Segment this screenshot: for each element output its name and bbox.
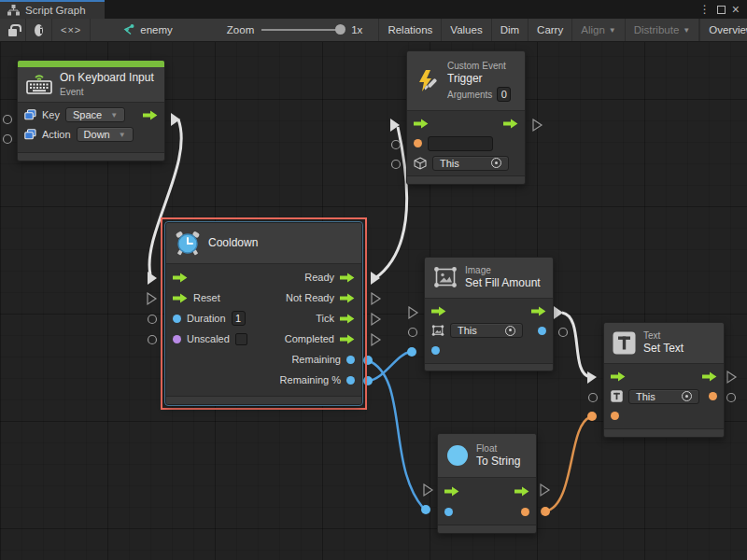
key-label: Key	[42, 109, 60, 120]
distribute-button[interactable]: Distribute▼	[626, 19, 700, 41]
node-image-set-fill-amount[interactable]: Image Set Fill Amount This	[424, 257, 554, 371]
flow-arrow-out[interactable]	[702, 371, 717, 382]
arguments-value-box[interactable]: 0	[497, 87, 511, 102]
dim-label: Dim	[500, 24, 519, 35]
cooldown-clock-icon	[175, 231, 201, 257]
duration-value-box[interactable]: 1	[232, 311, 246, 326]
close-icon[interactable]: ×	[732, 3, 740, 16]
tick-label: Tick	[316, 313, 334, 324]
node-kind: Text	[643, 329, 684, 342]
node-cooldown[interactable]: Cooldown Ready Reset Not Ready	[165, 222, 362, 405]
event-name-field[interactable]	[428, 136, 493, 151]
node-text-set-text[interactable]: Text Set Text This	[603, 322, 725, 438]
target-dropdown[interactable]: This	[450, 323, 523, 338]
zoom-slider-handle[interactable]	[335, 24, 345, 35]
text-value-port[interactable]	[611, 412, 619, 420]
chevron-down-icon: ▼	[683, 26, 690, 35]
zoom-slider[interactable]	[261, 29, 344, 31]
flow-arrow-out[interactable]	[340, 334, 355, 344]
node-title: Trigger	[447, 72, 511, 87]
node-title: Cooldown	[208, 236, 258, 251]
image-icon	[433, 266, 458, 288]
carry-button[interactable]: Carry	[529, 19, 572, 41]
flow-arrow-in[interactable]	[414, 119, 429, 129]
relations-label: Relations	[388, 24, 432, 35]
node-footer	[166, 396, 361, 404]
code-icon: <×>	[61, 24, 81, 35]
action-label: Action	[42, 129, 71, 140]
text-small-icon	[611, 390, 623, 402]
float-value-port[interactable]	[444, 508, 453, 516]
tab-bar: Script Graph ⋮ ×	[0, 0, 747, 19]
tab-script-graph[interactable]: Script Graph	[0, 0, 105, 19]
target-value: This	[440, 158, 459, 169]
flow-arrow-out[interactable]	[143, 110, 158, 120]
unscaled-label: Unscaled	[187, 333, 230, 344]
node-footer	[425, 363, 553, 371]
target-value: This	[636, 391, 655, 402]
float-port[interactable]	[346, 376, 355, 385]
float-port[interactable]	[346, 356, 355, 364]
flow-arrow-out[interactable]	[340, 293, 355, 303]
action-dropdown[interactable]: Down▼	[77, 127, 134, 142]
image-small-icon	[431, 325, 444, 336]
flow-arrow-out[interactable]	[531, 306, 546, 316]
target-picker-icon[interactable]	[505, 326, 515, 336]
target-dropdown[interactable]: This	[432, 156, 509, 171]
dim-button[interactable]: Dim	[492, 19, 529, 41]
flow-arrow-out[interactable]	[514, 486, 529, 497]
text-result-port[interactable]	[709, 392, 717, 400]
string-port[interactable]	[414, 139, 422, 147]
node-title: On Keyboard Input	[60, 71, 154, 86]
values-button[interactable]: Values	[442, 19, 491, 41]
target-value: This	[458, 325, 477, 336]
chevron-down-icon: ▼	[119, 131, 126, 139]
node-trigger-custom-event[interactable]: Custom Event Trigger Arguments 0	[406, 50, 526, 185]
target-picker-icon[interactable]	[491, 158, 501, 168]
keyboard-icon	[26, 74, 52, 94]
notready-label: Not Ready	[286, 292, 334, 303]
relations-button[interactable]: Relations	[378, 19, 442, 41]
unscaled-checkbox[interactable]	[235, 333, 247, 345]
inspect-button[interactable]	[26, 19, 52, 41]
overview-button[interactable]: Overview	[699, 19, 747, 41]
flow-arrow-in[interactable]	[431, 306, 446, 316]
string-result-port[interactable]	[521, 508, 529, 516]
reset-label: Reset	[193, 292, 220, 303]
bool-port[interactable]	[173, 335, 181, 343]
image-result-port[interactable]	[538, 327, 546, 335]
target-picker-icon[interactable]	[682, 391, 692, 401]
align-button[interactable]: Align▼	[572, 19, 626, 41]
key-dropdown[interactable]: Space▼	[65, 107, 125, 122]
node-on-keyboard-input[interactable]: On Keyboard Input Event Key Space▼	[17, 60, 165, 161]
flow-arrow-out[interactable]	[503, 119, 518, 129]
flow-arrow-out[interactable]	[340, 314, 355, 324]
flow-arrow-in[interactable]	[173, 273, 188, 283]
graph-icon	[121, 24, 134, 36]
flow-arrow-in[interactable]	[444, 486, 459, 497]
menu-icon[interactable]: ⋮	[699, 4, 711, 15]
float-port[interactable]	[173, 315, 181, 323]
key-type-icon	[24, 109, 36, 120]
flow-arrow-in[interactable]	[173, 293, 188, 303]
remaining-label: Remaining	[291, 354, 341, 365]
float-icon	[446, 444, 469, 467]
ready-label: Ready	[304, 272, 334, 283]
node-footer	[604, 428, 724, 437]
lock-button[interactable]	[0, 19, 26, 41]
fill-amount-port[interactable]	[431, 346, 440, 355]
flow-arrow-in[interactable]	[611, 371, 626, 382]
script-graph-window: Script Graph ⋮ × <×> enemy Zoom 1x Relat…	[0, 0, 747, 560]
flow-arrow-out[interactable]	[340, 273, 355, 283]
code-view-button[interactable]: <×>	[52, 19, 91, 41]
maximize-icon[interactable]	[717, 6, 726, 14]
window-controls: ⋮ ×	[699, 0, 747, 19]
info-icon	[35, 24, 43, 36]
target-dropdown[interactable]: This	[628, 389, 699, 404]
node-footer	[18, 152, 164, 161]
values-label: Values	[450, 24, 482, 35]
duration-label: Duration	[187, 313, 226, 324]
graph-breadcrumb[interactable]: enemy	[113, 19, 181, 41]
remaining-pct-label: Remaining %	[280, 374, 341, 385]
node-float-to-string[interactable]: Float To String	[437, 433, 537, 534]
